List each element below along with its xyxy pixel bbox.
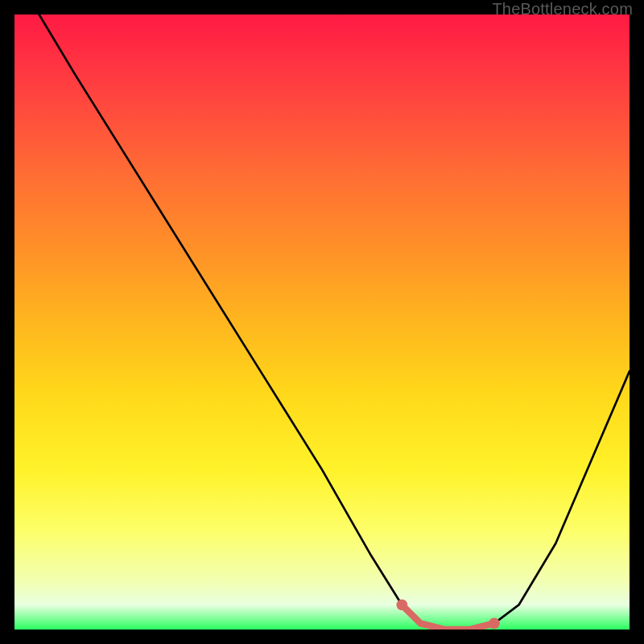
curve-svg	[14, 14, 630, 630]
highlight-curve	[402, 605, 494, 630]
main-curve	[39, 14, 630, 630]
highlight-dot-left	[396, 600, 407, 611]
chart-frame: TheBottleneck.com	[0, 0, 644, 644]
plot-area	[14, 14, 630, 630]
watermark-text: TheBottleneck.com	[492, 0, 633, 19]
highlight-dot-right	[489, 617, 500, 629]
